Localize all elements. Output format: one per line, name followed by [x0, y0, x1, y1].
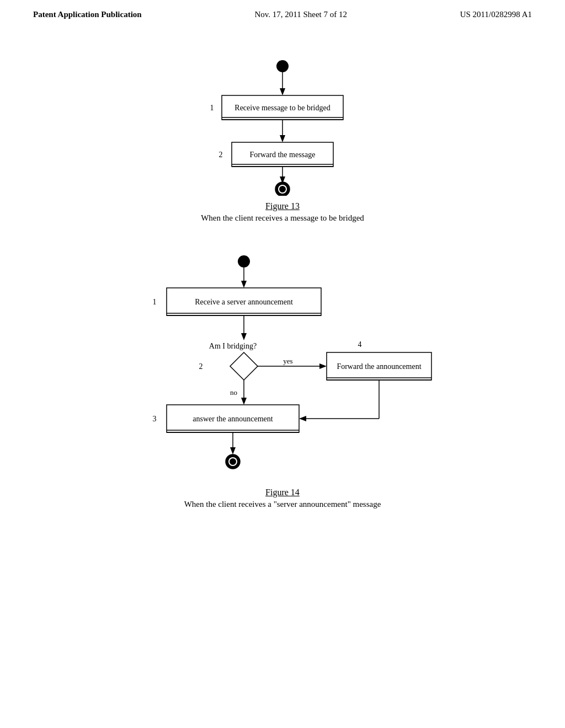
step2-label-fig13: 2 — [219, 151, 223, 159]
yes-label-fig14: yes — [283, 357, 292, 365]
publication-label: Patent Application Publication — [33, 10, 142, 19]
step4-text-fig14: Forward the announcement — [337, 362, 421, 371]
start-circle-fig14 — [238, 255, 250, 267]
step3-label-fig14: 3 — [153, 415, 157, 423]
svg-marker-33 — [230, 447, 236, 454]
step2-text-fig13: Forward the message — [250, 151, 316, 159]
figure14-caption: Figure 14 When the client receives a "se… — [184, 488, 381, 509]
end-circle-core-fig13 — [279, 186, 286, 192]
step1-label-fig14: 1 — [153, 298, 157, 306]
decision-diamond-fig14 — [230, 352, 258, 380]
start-circle-fig13 — [276, 60, 289, 72]
figure14-title: Figure 14 — [184, 488, 381, 497]
main-content: Receive message to be bridged 1 Forward … — [0, 19, 565, 509]
figure14-subtitle: When the client receives a "server annou… — [184, 500, 381, 509]
step1-label-fig13: 1 — [210, 104, 214, 112]
end-circle-core-fig14 — [230, 458, 236, 465]
page-header: Patent Application Publication Nov. 17, … — [0, 0, 565, 19]
figure14-diagram: Receive a server announcement 1 Am I bri… — [117, 250, 448, 482]
patent-number-label: US 2011/0282998 A1 — [460, 10, 532, 19]
figure14-container: Receive a server announcement 1 Am I bri… — [117, 250, 448, 509]
svg-marker-31 — [299, 416, 306, 421]
step1-text-fig13: Receive message to be bridged — [234, 104, 330, 112]
figure13-container: Receive message to be bridged 1 Forward … — [167, 52, 398, 223]
figure13-title: Figure 13 — [201, 201, 364, 211]
svg-marker-13 — [241, 281, 247, 288]
decision-text-fig14: Am I bridging? — [209, 342, 257, 350]
date-sheet-label: Nov. 17, 2011 Sheet 7 of 12 — [254, 10, 347, 19]
svg-marker-1 — [280, 88, 285, 95]
svg-marker-25 — [241, 398, 247, 405]
step1-text-fig14: Receive a server announcement — [195, 298, 293, 306]
svg-marker-6 — [280, 135, 285, 142]
figure13-subtitle: When the client receives a message to be… — [201, 213, 364, 223]
figure13-caption: Figure 13 When the client receives a mes… — [201, 201, 364, 223]
svg-marker-18 — [241, 333, 247, 340]
figure13-diagram: Receive message to be bridged 1 Forward … — [167, 52, 398, 196]
no-label-fig14: no — [230, 388, 237, 397]
step3-text-fig14: answer the announcement — [193, 415, 273, 423]
svg-marker-20 — [319, 363, 327, 369]
step2-label-fig14: 2 — [199, 362, 203, 371]
step4-label-fig14: 4 — [358, 340, 362, 349]
